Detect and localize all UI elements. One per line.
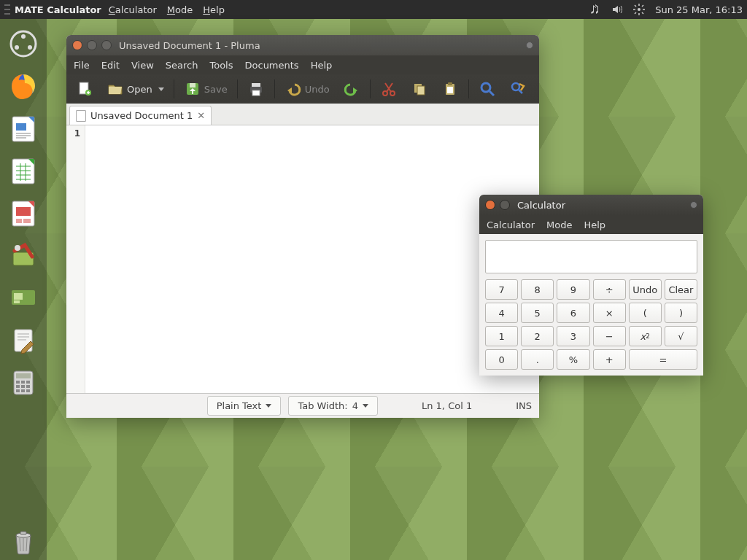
undo-button[interactable]: Undo bbox=[281, 78, 333, 100]
panel-menu-mode[interactable]: Mode bbox=[167, 4, 193, 15]
open-dropdown-icon[interactable] bbox=[158, 88, 164, 91]
calc-btn-rparen[interactable]: ) bbox=[665, 303, 697, 323]
syntax-mode-button[interactable]: Plain Text bbox=[207, 396, 282, 416]
svg-line-81 bbox=[489, 91, 494, 96]
calc-btn-percent[interactable]: % bbox=[557, 349, 589, 370]
calc-btn-1[interactable]: 1 bbox=[485, 326, 518, 346]
pluma-menu-file[interactable]: File bbox=[74, 60, 90, 71]
panel-clock[interactable]: Sun 25 Mar, 16:13 bbox=[655, 4, 743, 15]
pluma-close-button[interactable] bbox=[72, 40, 82, 50]
calc-btn-0[interactable]: 0 bbox=[485, 349, 518, 370]
calc-btn-9[interactable]: 9 bbox=[557, 279, 589, 300]
copy-button[interactable] bbox=[407, 78, 432, 100]
network-icon[interactable] bbox=[589, 4, 601, 15]
svg-rect-46 bbox=[21, 381, 25, 384]
top-panel: MATE Calculator Calculator Mode Help Sun… bbox=[0, 0, 747, 19]
pluma-minimize-button[interactable] bbox=[87, 40, 97, 50]
svg-rect-51 bbox=[16, 389, 20, 392]
launcher-software-updater[interactable] bbox=[4, 236, 42, 274]
pluma-menu-tools[interactable]: Tools bbox=[209, 60, 233, 71]
launcher-trash[interactable] bbox=[4, 522, 42, 560]
pluma-maximize-button[interactable] bbox=[101, 40, 112, 50]
paste-button[interactable] bbox=[438, 78, 462, 100]
calc-btn-add[interactable]: + bbox=[593, 349, 626, 370]
pluma-menu-documents[interactable]: Documents bbox=[245, 60, 299, 71]
calculator-titlebar-indicator bbox=[690, 201, 697, 209]
calc-btn-equals[interactable]: = bbox=[629, 349, 697, 370]
calculator-minimize-button[interactable] bbox=[500, 200, 510, 210]
pluma-window: Unsaved Document 1 - Pluma File Edit Vie… bbox=[66, 35, 539, 418]
calc-btn-xsquared[interactable]: x2 bbox=[629, 326, 662, 346]
pluma-toolbar: Open Save Undo bbox=[66, 74, 539, 104]
svg-rect-66 bbox=[252, 83, 260, 87]
launcher-libreoffice-calc[interactable] bbox=[4, 152, 42, 190]
launcher-libreoffice-impress[interactable] bbox=[4, 194, 42, 232]
svg-line-7 bbox=[635, 12, 636, 14]
pluma-menu-edit[interactable]: Edit bbox=[101, 60, 120, 71]
volume-icon[interactable] bbox=[611, 4, 623, 15]
calc-btn-multiply[interactable]: × bbox=[593, 303, 626, 323]
calc-btn-3[interactable]: 3 bbox=[557, 326, 589, 346]
svg-rect-78 bbox=[448, 82, 452, 85]
launcher-workspace-switcher[interactable] bbox=[4, 279, 42, 316]
calculator-menu-help[interactable]: Help bbox=[584, 219, 605, 230]
panel-menu-calculator[interactable]: Calculator bbox=[109, 4, 157, 15]
find-button[interactable] bbox=[475, 78, 500, 100]
pluma-menu-help[interactable]: Help bbox=[311, 60, 333, 71]
launcher-calculator[interactable] bbox=[4, 363, 42, 401]
calc-btn-8[interactable]: 8 bbox=[521, 279, 554, 300]
calculator-titlebar[interactable]: Calculator bbox=[479, 195, 703, 215]
svg-point-12 bbox=[15, 45, 19, 50]
calc-btn-6[interactable]: 6 bbox=[557, 303, 589, 323]
pluma-tab-label: Unsaved Document 1 bbox=[90, 110, 193, 121]
chevron-down-icon bbox=[363, 404, 368, 408]
calc-btn-subtract[interactable]: − bbox=[593, 326, 626, 346]
calc-btn-sqrt[interactable]: √ bbox=[665, 326, 697, 346]
calc-btn-4[interactable]: 4 bbox=[485, 303, 518, 323]
calc-btn-clear[interactable]: Clear bbox=[665, 279, 697, 300]
svg-line-8 bbox=[642, 5, 643, 7]
line-number-gutter: 1 bbox=[66, 125, 85, 393]
pluma-menu-search[interactable]: Search bbox=[166, 60, 198, 71]
calculator-window: Calculator Calculator Mode Help 7 8 9 ÷ … bbox=[479, 195, 703, 376]
cut-button[interactable] bbox=[376, 78, 401, 100]
calc-btn-undo[interactable]: Undo bbox=[629, 279, 662, 300]
calc-btn-7[interactable]: 7 bbox=[485, 279, 518, 300]
calculator-menu-calculator[interactable]: Calculator bbox=[487, 219, 535, 230]
svg-rect-79 bbox=[447, 87, 453, 93]
find-replace-button[interactable] bbox=[506, 78, 530, 100]
panel-menu-help[interactable]: Help bbox=[203, 4, 225, 15]
svg-rect-44 bbox=[16, 373, 31, 378]
calc-btn-5[interactable]: 5 bbox=[521, 303, 554, 323]
tab-width-button[interactable]: Tab Width: 4 bbox=[288, 396, 378, 416]
text-area[interactable] bbox=[85, 125, 539, 393]
new-document-button[interactable] bbox=[72, 78, 97, 100]
svg-rect-38 bbox=[14, 300, 20, 303]
calc-btn-decimal[interactable]: . bbox=[521, 349, 554, 370]
calculator-menu-mode[interactable]: Mode bbox=[546, 219, 572, 230]
panel-grip bbox=[4, 4, 10, 15]
launcher-start[interactable] bbox=[4, 25, 42, 63]
undo-button-label: Undo bbox=[305, 84, 330, 95]
pluma-menu-view[interactable]: View bbox=[131, 60, 154, 71]
svg-rect-30 bbox=[16, 207, 31, 216]
redo-button[interactable] bbox=[339, 78, 364, 100]
launcher-firefox[interactable] bbox=[4, 67, 42, 105]
open-button[interactable]: Open bbox=[103, 78, 168, 100]
pluma-tab-close-icon[interactable]: ✕ bbox=[197, 110, 205, 121]
pluma-titlebar[interactable]: Unsaved Document 1 - Pluma bbox=[66, 35, 539, 55]
save-button[interactable]: Save bbox=[180, 78, 231, 100]
calc-btn-2[interactable]: 2 bbox=[521, 326, 554, 346]
pluma-tab-1[interactable]: Unsaved Document 1 ✕ bbox=[69, 106, 212, 125]
calc-btn-divide[interactable]: ÷ bbox=[593, 279, 626, 300]
svg-rect-31 bbox=[16, 219, 22, 223]
launcher-libreoffice-writer[interactable] bbox=[4, 109, 42, 147]
calculator-close-button[interactable] bbox=[485, 200, 495, 210]
svg-line-6 bbox=[642, 12, 643, 14]
calculator-display[interactable] bbox=[485, 240, 697, 273]
launcher-text-editor[interactable] bbox=[4, 321, 42, 359]
calc-btn-lparen[interactable]: ( bbox=[629, 303, 662, 323]
system-tray: Sun 25 Mar, 16:13 bbox=[589, 4, 743, 15]
print-button[interactable] bbox=[244, 78, 268, 100]
settings-icon[interactable] bbox=[633, 4, 645, 15]
